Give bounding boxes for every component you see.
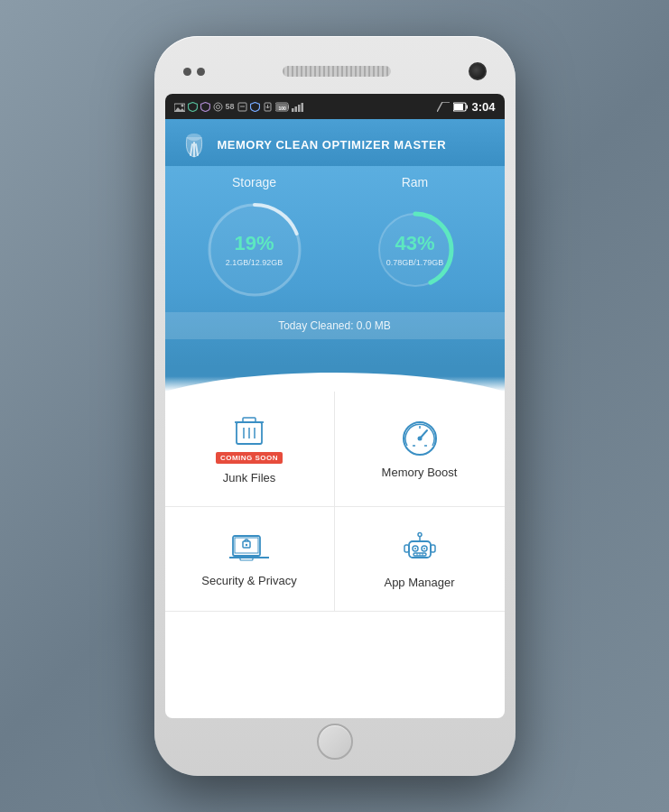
phone-dot-1 (183, 68, 191, 76)
memory-boost-icon-wrapper (400, 419, 440, 458)
ram-circle-inner: 43% 0.78GB/1.79GB (362, 197, 469, 303)
svg-point-3 (214, 103, 222, 111)
svg-point-44 (246, 544, 247, 546)
menu-item-memory-boost[interactable]: Memory Boost (335, 392, 505, 507)
phone-screen: 58 100 3:04 MEMORY CLEAN OPT (165, 94, 505, 718)
junk-files-label: Junk Files (223, 471, 276, 484)
wave-svg (165, 366, 505, 392)
cleaned-text: Today Cleaned: 0.0 MB (278, 319, 391, 332)
phone-device: 58 100 3:04 MEMORY CLEAN OPT (154, 36, 516, 776)
ram-percent: 43% (395, 233, 434, 254)
status-shield-icon-3 (250, 102, 260, 112)
home-button[interactable] (317, 724, 353, 760)
wave-divider (165, 366, 505, 392)
svg-rect-53 (431, 545, 435, 552)
menu-grid: COMING SOON Junk Files (165, 392, 505, 612)
cleaned-bar: Today Cleaned: 0.0 MB (165, 312, 505, 339)
storage-column: Storage 19% 2.1GB/12.92GB (174, 175, 335, 303)
coming-soon-badge: COMING SOON (216, 452, 283, 464)
svg-rect-52 (404, 545, 409, 552)
battery-icon (453, 102, 468, 112)
status-shield-icon-2 (200, 102, 210, 112)
storage-circle-inner: 19% 2.1GB/12.92GB (201, 197, 308, 303)
status-number-58: 58 (226, 102, 235, 111)
memory-boost-label: Memory Boost (382, 466, 458, 479)
robot-icon (400, 529, 440, 568)
status-download-icon (263, 102, 273, 112)
status-battery-percent-icon: 100 (275, 102, 289, 112)
phone-bottom (165, 718, 505, 765)
main-content: Storage 19% 2.1GB/12.92GB Ram (165, 166, 505, 366)
app-header: MEMORY CLEAN OPTIMIZER MASTER (165, 119, 505, 166)
phone-top-bar (165, 47, 505, 94)
svg-rect-18 (454, 104, 463, 110)
menu-item-security-privacy[interactable]: Security & Privacy (165, 507, 335, 612)
ram-label: Ram (402, 175, 429, 189)
status-time: 3:04 (471, 100, 495, 114)
svg-rect-12 (294, 106, 297, 112)
speedometer-icon (400, 419, 440, 458)
trash-icon (229, 413, 269, 448)
ram-detail: 0.78GB/1.79GB (386, 258, 444, 267)
status-image-icon (174, 102, 185, 112)
svg-point-51 (418, 533, 422, 537)
app-manager-label: App Manager (384, 576, 454, 589)
laptop-lock-icon (228, 531, 271, 567)
svg-point-49 (423, 548, 425, 549)
svg-point-1 (181, 104, 183, 106)
phone-speaker (283, 66, 391, 77)
status-icons-left: 58 100 (174, 102, 303, 112)
status-bar: 58 100 3:04 (165, 94, 505, 119)
status-shield-icon-1 (188, 102, 198, 112)
status-gear-icon (213, 102, 223, 112)
svg-point-48 (414, 548, 416, 549)
phone-dots (183, 68, 205, 76)
security-icon-wrapper (228, 531, 271, 567)
status-box-icon (237, 102, 247, 112)
status-right: 3:04 (437, 100, 495, 114)
security-privacy-label: Security & Privacy (201, 574, 296, 587)
svg-rect-8 (288, 105, 289, 108)
svg-rect-14 (301, 103, 303, 112)
storage-detail: 2.1GB/12.92GB (226, 258, 283, 267)
svg-rect-11 (292, 108, 294, 112)
junk-files-icon-wrapper: COMING SOON (216, 413, 283, 464)
app-manager-icon-wrapper (400, 529, 440, 568)
storage-label: Storage (232, 175, 276, 189)
phone-camera (469, 62, 487, 80)
app-title: MEMORY CLEAN OPTIMIZER MASTER (218, 138, 447, 152)
ram-column: Ram 43% 0.78GB/1.79GB (335, 175, 496, 303)
signal-icon (437, 102, 450, 112)
svg-rect-29 (243, 418, 256, 422)
app-logo-icon (180, 130, 209, 159)
status-bars-icon (292, 102, 303, 112)
menu-item-app-manager[interactable]: App Manager (335, 507, 505, 612)
storage-circle: 19% 2.1GB/12.92GB (201, 197, 308, 303)
menu-item-junk-files[interactable]: COMING SOON Junk Files (165, 392, 335, 507)
stats-row: Storage 19% 2.1GB/12.92GB Ram (165, 175, 505, 303)
svg-point-35 (417, 437, 422, 441)
svg-rect-17 (467, 105, 469, 108)
svg-point-2 (216, 105, 219, 108)
svg-text:100: 100 (278, 105, 286, 110)
storage-percent: 19% (234, 233, 274, 254)
ram-circle: 43% 0.78GB/1.79GB (362, 197, 469, 303)
svg-rect-13 (298, 105, 301, 112)
phone-dot-2 (197, 68, 205, 76)
svg-rect-42 (240, 558, 253, 560)
